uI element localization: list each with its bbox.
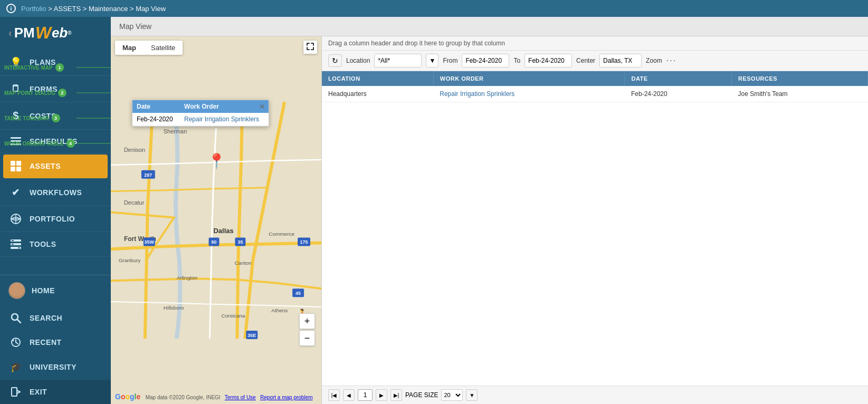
svg-rect-15 (18, 247, 20, 248)
portfolio-link[interactable]: Portfolio (21, 5, 46, 13)
google-logo: Google (115, 392, 142, 401)
cell-location: Headquarters (322, 86, 433, 102)
svg-rect-6 (16, 167, 21, 171)
svg-text:Canton: Canton (234, 260, 251, 266)
popup-workorder-link[interactable]: Repair Irrigation Sprinklers (184, 116, 259, 123)
center-input[interactable] (599, 54, 642, 68)
logo: ‹ PMWeb® (8, 23, 72, 43)
map-popup-close-button[interactable]: ✕ (259, 102, 265, 111)
more-options-button[interactable]: ··· (666, 56, 676, 65)
terms-link[interactable]: Terms of Use (225, 395, 256, 400)
svg-rect-1 (11, 140, 21, 142)
sidebar-item-portfolio[interactable]: PORTFOLIO (0, 206, 111, 232)
svg-text:Dallas: Dallas (214, 227, 234, 235)
last-page-button[interactable]: ▶| (390, 389, 402, 401)
popup-date-value: Feb-24-2020 (132, 113, 180, 126)
col-header-resources[interactable]: RESOURCES (731, 71, 867, 86)
back-arrow[interactable]: ‹ (8, 27, 12, 39)
refresh-button[interactable]: ↻ (328, 54, 342, 67)
sidebar-item-exit[interactable]: EXIT (0, 380, 111, 404)
svg-text:35W: 35W (145, 239, 155, 245)
svg-text:35: 35 (237, 239, 243, 245)
report-link[interactable]: Report a map problem (260, 395, 313, 400)
location-input[interactable] (374, 54, 422, 68)
svg-text:35E: 35E (247, 333, 256, 338)
svg-text:Denison: Denison (124, 147, 145, 153)
sidebar-item-label-costs: COSTS (30, 112, 56, 120)
logo-area: ‹ PMWeb® (0, 17, 111, 49)
sidebar-item-workflows[interactable]: ✔ WORKFLOWS (0, 179, 111, 206)
sidebar-item-label-home: HOME (32, 286, 55, 295)
map-tab-satellite[interactable]: Satellite (144, 41, 183, 55)
sidebar-item-label-search: SEARCH (30, 314, 62, 322)
workorder-link[interactable]: Repair Irrigation Sprinklers (440, 90, 514, 98)
sidebar-item-search[interactable]: SEARCH (0, 306, 111, 330)
sidebar-item-tools[interactable]: TOOLS (0, 232, 111, 257)
sidebar-item-label-tools: TOOLS (30, 240, 56, 248)
sidebar-item-plans[interactable]: 💡 PLANS (0, 49, 111, 76)
svg-text:80: 80 (212, 239, 217, 245)
prev-page-button[interactable]: ◀ (343, 389, 355, 401)
cell-date: Feb-24-2020 (625, 86, 732, 102)
sidebar-item-home[interactable]: HOME (0, 275, 111, 306)
zoom-out-button[interactable]: − (299, 330, 315, 346)
svg-text:Athens: Athens (271, 307, 288, 313)
sidebar-item-recent[interactable]: RECENT (0, 330, 111, 354)
svg-text:175: 175 (300, 239, 308, 245)
col-header-location[interactable]: LOCATION (322, 71, 433, 86)
sidebar-item-university[interactable]: 🎓 UNIVERSITY (0, 354, 111, 380)
svg-rect-14 (12, 244, 14, 245)
map-marker[interactable]: 📍 (207, 152, 226, 170)
page-title: Map View (119, 22, 151, 31)
zoom-in-button[interactable]: + (299, 313, 315, 329)
cell-resources: Joe Smith's Team (731, 86, 867, 102)
table-area: LOCATION WORK ORDER DATE RESOURCES Headq… (322, 71, 868, 386)
exit-icon (8, 387, 23, 397)
map-popup: ✕ Date Work Order Feb-24-2020 (132, 100, 269, 127)
from-date-input[interactable] (462, 54, 509, 68)
svg-text:Commerce: Commerce (269, 231, 294, 237)
map-zoom-controls: + − (299, 313, 315, 346)
breadcrumb-trail: > ASSETS > Maintenance > Map View (48, 5, 166, 13)
sidebar-item-assets[interactable]: ASSETS (3, 155, 108, 178)
center-label: Center (576, 57, 595, 64)
to-date-input[interactable] (524, 54, 572, 68)
page-size-dropdown-button[interactable]: ▼ (466, 389, 478, 401)
svg-text:45: 45 (295, 291, 301, 296)
svg-rect-19 (12, 388, 17, 396)
popup-workorder-value[interactable]: Repair Irrigation Sprinklers (180, 113, 269, 126)
first-page-button[interactable]: |◀ (328, 389, 340, 401)
schedules-icon (8, 137, 23, 146)
sidebar-item-forms[interactable]: 🗒 FORMS (0, 76, 111, 102)
assets-icon (8, 161, 23, 171)
col-header-workorder[interactable]: WORK ORDER (433, 71, 625, 86)
page-title-bar: Map View (111, 17, 868, 36)
svg-text:Decatur: Decatur (124, 199, 145, 206)
sidebar-item-label-assets: ASSETS (30, 162, 61, 170)
page-number-input[interactable] (358, 389, 373, 401)
fullscreen-button[interactable] (303, 41, 317, 54)
table-body: Headquarters Repair Irrigation Sprinkler… (322, 86, 868, 102)
sidebar-item-label-schedules: SCHEDULES (30, 137, 78, 146)
map-visual[interactable]: Denison Sherman Decatur Fort Worth Dalla… (111, 36, 321, 404)
page-size-select[interactable]: 20 50 100 (441, 389, 463, 401)
search-icon (8, 313, 23, 323)
map-tab-map[interactable]: Map (115, 41, 144, 55)
sidebar-item-label-plans: PLANS (30, 58, 56, 66)
sidebar-item-costs[interactable]: $ COSTS (0, 102, 111, 130)
university-icon: 🎓 (8, 361, 23, 373)
map-popup-table: Date Work Order Feb-24-2020 Repair Irrig… (132, 100, 269, 126)
svg-rect-13 (12, 240, 14, 241)
page-size-label: PAGE SIZE (405, 391, 438, 399)
next-page-button[interactable]: ▶ (376, 389, 387, 401)
popup-date-header: Date (132, 100, 180, 113)
sidebar-item-label-university: UNIVERSITY (30, 363, 77, 371)
col-header-date[interactable]: DATE (625, 71, 732, 86)
forms-icon: 🗒 (8, 83, 23, 94)
sidebar-item-schedules[interactable]: SCHEDULES (0, 130, 111, 153)
breadcrumb: Portfolio > ASSETS > Maintenance > Map V… (21, 5, 166, 13)
cell-workorder[interactable]: Repair Irrigation Sprinklers (433, 86, 625, 102)
svg-text:Granbury: Granbury (119, 257, 141, 263)
location-dropdown-button[interactable]: ▼ (426, 54, 438, 68)
svg-rect-5 (11, 167, 15, 171)
